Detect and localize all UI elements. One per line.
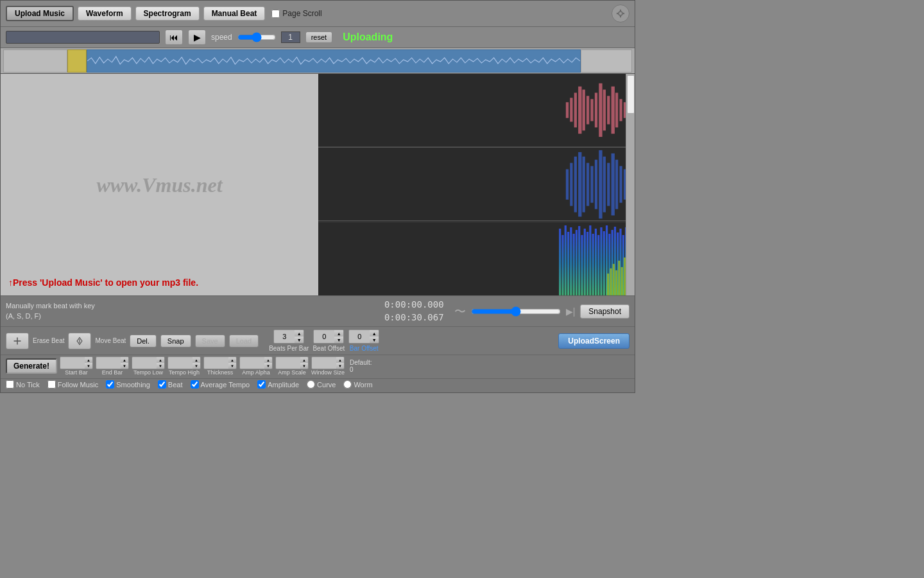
amp-scale-input[interactable] — [276, 357, 300, 369]
start-bar-down[interactable]: ▼ — [85, 363, 92, 369]
upload-music-button[interactable]: Upload Music — [6, 6, 74, 21]
tempo-high-up[interactable]: ▲ — [193, 357, 200, 363]
start-bar-arrows: ▲ ▼ — [85, 357, 92, 369]
snap-button[interactable]: Snap — [160, 335, 191, 347]
amp-alpha-spinner[interactable]: ▲ ▼ — [239, 356, 273, 369]
settings-icon[interactable] — [612, 4, 629, 22]
no-tick-checkbox[interactable] — [6, 380, 14, 389]
follow-music-checkbox[interactable] — [47, 380, 56, 389]
average-tempo-checkbox[interactable] — [191, 380, 199, 389]
start-bar-group: ▲ ▼ Start Bar — [60, 356, 93, 376]
speed-value-input[interactable]: 1 — [281, 31, 300, 43]
erase-beat-button[interactable] — [6, 333, 29, 349]
rewind-button[interactable]: ⏮ — [165, 30, 183, 45]
tempo-high-down[interactable]: ▼ — [193, 363, 200, 369]
svg-point-2 — [620, 16, 621, 17]
amp-alpha-input[interactable] — [240, 357, 264, 369]
bar-offset-input[interactable] — [349, 330, 370, 343]
beats-per-bar-down[interactable]: ▼ — [295, 337, 304, 343]
audio-slider[interactable] — [471, 306, 561, 317]
amp-scale-label: Amp Scale — [278, 369, 306, 376]
svg-rect-14 — [603, 90, 606, 131]
move-beat-button[interactable] — [68, 333, 91, 349]
tempo-low-spinner[interactable]: ▲ ▼ — [132, 356, 165, 369]
page-scroll-checkbox[interactable] — [271, 10, 280, 18]
beat-offset-down[interactable]: ▼ — [334, 337, 343, 343]
beats-per-bar-up[interactable]: ▲ — [295, 330, 304, 337]
start-bar-input[interactable] — [60, 357, 85, 369]
bar-offset-spinner[interactable]: ▲ ▼ — [348, 329, 379, 344]
generate-button[interactable]: Generate! — [6, 358, 57, 374]
tempo-low-input[interactable] — [132, 357, 157, 369]
start-bar-spinner[interactable]: ▲ ▼ — [60, 356, 93, 369]
waveform-yellow-thumb[interactable] — [67, 49, 87, 73]
end-bar-spinner[interactable]: ▲ ▼ — [96, 356, 129, 369]
main-toolbar: Upload Music Waveform Spectrogram Manual… — [1, 1, 635, 27]
amp-scale-down[interactable]: ▼ — [300, 363, 308, 369]
tempo-high-spinner[interactable]: ▲ ▼ — [167, 356, 201, 369]
waveform-main-area[interactable] — [87, 49, 581, 73]
waveform-overview[interactable] — [1, 48, 635, 74]
thickness-down[interactable]: ▼ — [228, 363, 236, 369]
bar-offset-group: ▲ ▼ Bar Offset — [348, 329, 379, 352]
amp-alpha-down[interactable]: ▼ — [264, 363, 272, 369]
toolbar-right — [612, 4, 629, 22]
window-size-spinner[interactable]: ▲ ▼ — [311, 356, 345, 369]
window-size-input[interactable] — [312, 357, 336, 369]
reset-button[interactable]: reset — [305, 31, 332, 43]
smoothing-label: Smoothing — [116, 381, 150, 389]
tempo-low-up[interactable]: ▲ — [157, 357, 164, 363]
end-bar-down[interactable]: ▼ — [121, 363, 128, 369]
end-bar-up[interactable]: ▲ — [121, 357, 128, 363]
start-bar-up[interactable]: ▲ — [85, 357, 92, 363]
thickness-input[interactable] — [204, 357, 228, 369]
beats-per-bar-spinner[interactable]: ▲ ▼ — [273, 329, 304, 344]
svg-rect-47 — [586, 232, 588, 295]
svg-rect-25 — [583, 157, 585, 213]
upload-screen-button[interactable]: UploadScreen — [558, 333, 629, 349]
manual-beat-button[interactable]: Manual Beat — [203, 6, 266, 21]
end-bar-arrows: ▲ ▼ — [121, 357, 128, 369]
amp-scale-spinner[interactable]: ▲ ▼ — [275, 356, 309, 369]
scrollbar-thumb[interactable] — [627, 75, 635, 114]
page-scroll-wrap: Page Scroll — [271, 9, 321, 18]
window-size-up[interactable]: ▲ — [336, 357, 344, 363]
svg-rect-31 — [607, 162, 610, 206]
amp-scale-up[interactable]: ▲ — [300, 357, 308, 363]
worm-radio[interactable] — [343, 380, 352, 389]
controls-bar: Erase Beat Move Beat Del. Snap Save Load… — [1, 326, 635, 355]
snapshot-button[interactable]: Snapshot — [580, 304, 629, 319]
scrollbar[interactable] — [626, 74, 635, 295]
bar-offset-down[interactable]: ▼ — [370, 337, 379, 343]
end-bar-input[interactable] — [96, 357, 121, 369]
beat-offset-input[interactable] — [314, 330, 334, 343]
svg-rect-51 — [597, 235, 599, 295]
smoothing-checkbox[interactable] — [106, 380, 114, 389]
beat-offset-up[interactable]: ▲ — [334, 330, 343, 337]
window-size-down[interactable]: ▼ — [336, 363, 344, 369]
speed-slider[interactable] — [237, 32, 276, 42]
svg-rect-67 — [618, 261, 620, 295]
amp-alpha-up[interactable]: ▲ — [264, 357, 272, 363]
curve-radio[interactable] — [307, 380, 315, 389]
amplitude-checkbox[interactable] — [257, 380, 266, 389]
load-button[interactable]: Load — [229, 335, 259, 347]
beat-offset-spinner[interactable]: ▲ ▼ — [313, 329, 344, 344]
beat-info: Manually mark beat with key (A, S, D, F) — [6, 301, 95, 321]
play-button[interactable]: ▶ — [188, 30, 206, 45]
bar-offset-up[interactable]: ▲ — [370, 330, 379, 337]
file-name-input[interactable]: 三#02 — [6, 31, 160, 44]
thickness-spinner[interactable]: ▲ ▼ — [203, 356, 237, 369]
tempo-high-input[interactable] — [168, 357, 193, 369]
svg-rect-27 — [590, 166, 593, 202]
spectrogram-button[interactable]: Spectrogram — [135, 6, 200, 21]
tempo-low-down[interactable]: ▼ — [157, 363, 164, 369]
waveform-button[interactable]: Waveform — [78, 6, 132, 21]
svg-rect-48 — [589, 225, 591, 295]
beat-checkbox[interactable] — [158, 380, 166, 389]
save-button[interactable]: Save — [195, 335, 225, 347]
beats-per-bar-input[interactable] — [274, 330, 295, 343]
thickness-up[interactable]: ▲ — [228, 357, 236, 363]
waveform-icon[interactable]: 〜 — [454, 304, 466, 319]
del-button[interactable]: Del. — [130, 335, 157, 347]
